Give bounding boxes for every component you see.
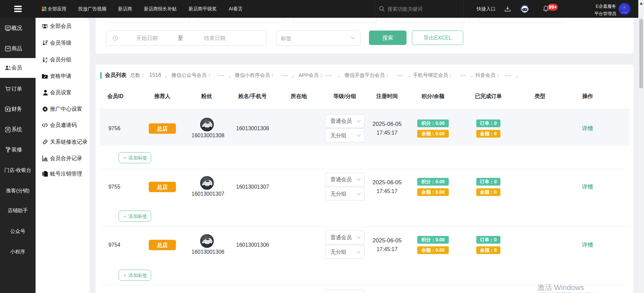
svg-text:Z: Z: [46, 60, 47, 63]
